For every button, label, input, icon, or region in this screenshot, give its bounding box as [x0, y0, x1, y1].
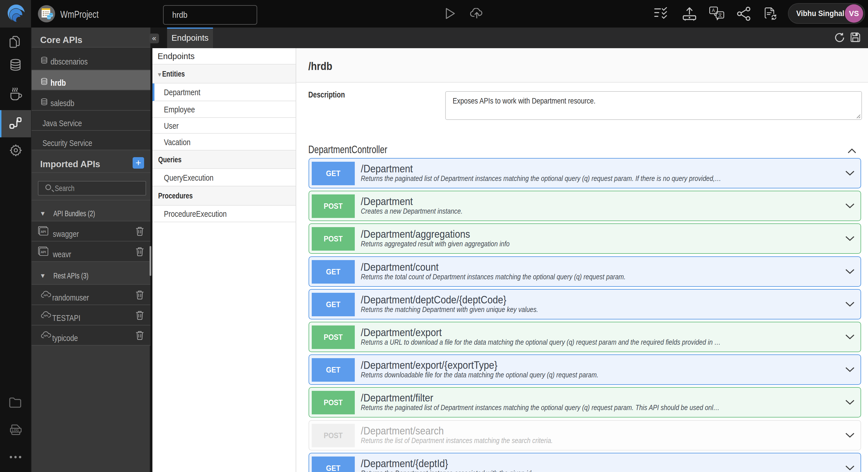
svg-text:API: API — [41, 230, 46, 233]
svg-text:API: API — [41, 250, 46, 254]
svg-text:API: API — [43, 294, 48, 297]
svg-text:API: API — [43, 334, 48, 337]
svg-text:文: 文 — [718, 12, 722, 18]
svg-text:A: A — [712, 8, 715, 13]
svg-text:API: API — [43, 314, 48, 317]
svg-text:LOG: LOG — [12, 429, 19, 432]
